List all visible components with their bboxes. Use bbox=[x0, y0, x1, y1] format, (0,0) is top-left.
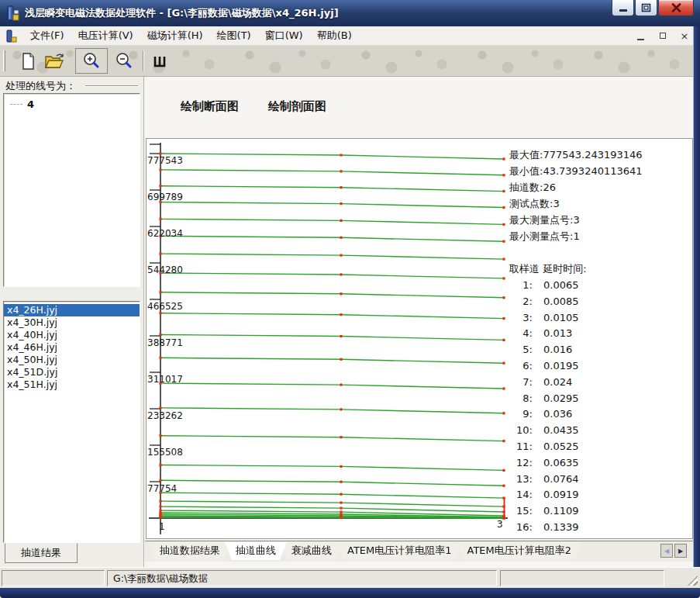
tree-item-line-4[interactable]: 4 bbox=[4, 97, 140, 111]
waveform-button[interactable] bbox=[149, 50, 171, 71]
tab-channel-results-label: 抽道结果 bbox=[21, 546, 61, 560]
svg-text:5:: 5: bbox=[522, 344, 533, 355]
tab-scroll-left-button[interactable]: ◀ bbox=[660, 544, 673, 558]
draw-section-button[interactable]: 绘制断面图 bbox=[181, 99, 239, 114]
close-button[interactable] bbox=[658, 0, 694, 16]
group-etch-line bbox=[85, 85, 138, 87]
restore-button[interactable] bbox=[635, 0, 657, 16]
svg-text:8:: 8: bbox=[522, 392, 533, 404]
svg-text:466525: 466525 bbox=[147, 301, 183, 312]
file-list-item[interactable]: x4_51D.jyj bbox=[4, 366, 140, 379]
file-list-item[interactable]: x4_50H.jyj bbox=[4, 354, 140, 366]
status-panel-left bbox=[2, 570, 105, 586]
svg-text:777543: 777543 bbox=[147, 155, 183, 166]
file-list-item[interactable]: x4_40H.jyj bbox=[4, 329, 140, 341]
file-list-item[interactable]: x4_30H.jyj bbox=[4, 316, 140, 329]
caption-buttons bbox=[612, 0, 694, 16]
sheet-tab-strip: 抽道数据结果抽道曲线衰减曲线ATEM电压计算电阻率1ATEM电压计算电阻率2 ◀… bbox=[145, 541, 693, 562]
file-list[interactable]: x4_26H.jyjx4_30H.jyjx4_40H.jyjx4_46H.jyj… bbox=[3, 301, 140, 543]
svg-text:0.0105: 0.0105 bbox=[543, 312, 579, 323]
svg-text:最小值:43.7393240113641: 最小值:43.7393240113641 bbox=[509, 165, 643, 177]
svg-text:0.1613: 0.1613 bbox=[543, 538, 579, 538]
window-bottom-border bbox=[0, 588, 700, 598]
svg-text:0.013: 0.013 bbox=[543, 327, 572, 339]
svg-text:4:: 4: bbox=[522, 327, 533, 339]
svg-text:17:: 17: bbox=[516, 538, 533, 538]
zoom-out-button[interactable] bbox=[113, 50, 135, 71]
toolbar-grip[interactable] bbox=[3, 50, 5, 71]
toolbar bbox=[0, 46, 700, 77]
svg-text:388771: 388771 bbox=[147, 337, 183, 348]
new-file-button[interactable] bbox=[17, 50, 39, 71]
svg-text:7:: 7: bbox=[522, 376, 533, 388]
chart-annotations: 7775436997896220345442804665253887713110… bbox=[147, 149, 643, 538]
status-panel-path: G:\李丽数据\磁场数据 bbox=[107, 570, 497, 586]
svg-text:0.0635: 0.0635 bbox=[543, 457, 579, 468]
tree-connector bbox=[10, 104, 22, 105]
tab-decay-curves[interactable]: 衰减曲线 bbox=[281, 542, 343, 560]
menu-item-voltage-calc[interactable]: 电压计算(V) bbox=[71, 26, 140, 45]
tab-atem-resistivity-2[interactable]: ATEM电压计算电阻率2 bbox=[457, 542, 583, 560]
svg-text:12:: 12: bbox=[516, 457, 533, 468]
svg-text:77754: 77754 bbox=[147, 483, 177, 494]
svg-text:0.0195: 0.0195 bbox=[543, 360, 579, 372]
menu-item-help[interactable]: 帮助(B) bbox=[310, 26, 359, 45]
open-folder-icon bbox=[44, 53, 64, 70]
draw-profile-button[interactable]: 绘制剖面图 bbox=[268, 99, 326, 114]
menu-item-magnetic-calc[interactable]: 磁场计算(H) bbox=[140, 26, 210, 45]
svg-text:233262: 233262 bbox=[147, 410, 183, 421]
mdi-close-button[interactable]: × bbox=[678, 30, 691, 43]
svg-text:16:: 16: bbox=[516, 521, 533, 533]
svg-text:0.0919: 0.0919 bbox=[543, 489, 579, 500]
tab-channel-results[interactable]: 抽道结果 bbox=[5, 543, 78, 563]
zoom-in-button[interactable] bbox=[81, 50, 102, 71]
svg-text:311017: 311017 bbox=[147, 374, 183, 385]
svg-text:15:: 15: bbox=[516, 505, 533, 517]
mdi-minimize-icon bbox=[637, 39, 644, 40]
zoom-in-icon bbox=[82, 52, 101, 71]
waveform-icon bbox=[152, 54, 167, 69]
client-area: 绘制断面图 绘制剖面图 7775436997896220345442804665… bbox=[145, 77, 693, 567]
tab-channel-curves[interactable]: 抽道曲线 bbox=[225, 542, 287, 560]
app-window: 浅层瞬变电磁法数据处理软件 - [G:\李丽数据\磁场数据\x4_26H.jyj… bbox=[0, 0, 700, 598]
menu-item-file[interactable]: 文件(F) bbox=[23, 26, 71, 45]
svg-text:最小测量点号:1: 最小测量点号:1 bbox=[509, 230, 580, 242]
menu-items: 文件(F)电压计算(V)磁场计算(H)绘图(T)窗口(W)帮助(B) bbox=[23, 26, 359, 45]
file-list-item[interactable]: x4_51H.jyj bbox=[4, 379, 140, 391]
svg-text:0.036: 0.036 bbox=[543, 408, 572, 420]
svg-text:11:: 11: bbox=[516, 441, 533, 452]
tab-scroll-right-button[interactable]: ▶ bbox=[674, 544, 687, 558]
svg-text:0.0085: 0.0085 bbox=[543, 296, 579, 307]
tab-channel-data-results[interactable]: 抽道数据结果 bbox=[149, 542, 231, 560]
open-file-button[interactable] bbox=[43, 50, 65, 71]
status-path-text: G:\李丽数据\磁场数据 bbox=[113, 572, 208, 584]
file-list-item[interactable]: x4_46H.jyj bbox=[4, 341, 140, 354]
mdi-minimize-button[interactable] bbox=[635, 30, 647, 43]
svg-text:0.0764: 0.0764 bbox=[543, 473, 579, 485]
svg-text:13:: 13: bbox=[516, 473, 533, 485]
line-number-tree[interactable]: 4 bbox=[3, 93, 140, 287]
svg-text:0.0525: 0.0525 bbox=[543, 441, 579, 452]
menu-item-window[interactable]: 窗口(W) bbox=[258, 26, 310, 45]
svg-text:0.0065: 0.0065 bbox=[543, 279, 579, 291]
svg-text:10:: 10: bbox=[516, 424, 533, 436]
window-right-border bbox=[693, 26, 700, 567]
restore-icon bbox=[641, 3, 651, 12]
svg-text:155508: 155508 bbox=[147, 447, 183, 458]
minimize-button[interactable] bbox=[612, 0, 634, 16]
mdi-restore-button[interactable] bbox=[657, 30, 669, 43]
svg-text:测试点数:3: 测试点数:3 bbox=[509, 198, 560, 209]
svg-text:抽道数:26: 抽道数:26 bbox=[509, 181, 556, 193]
window-title: 浅层瞬变电磁法数据处理软件 - [G:\李丽数据\磁场数据\x4_26H.jyj… bbox=[25, 6, 339, 20]
tab-atem-resistivity-1[interactable]: ATEM电压计算电阻率1 bbox=[336, 542, 463, 560]
svg-text:最大测量点号:3: 最大测量点号:3 bbox=[509, 214, 580, 226]
menu-item-plot[interactable]: 绘图(T) bbox=[210, 26, 258, 45]
zoom-out-icon bbox=[115, 52, 133, 71]
svg-text:2:: 2: bbox=[522, 296, 533, 307]
file-list-item[interactable]: x4_26H.jyj bbox=[4, 304, 140, 316]
svg-text:544280: 544280 bbox=[147, 264, 183, 275]
app-icon bbox=[6, 5, 20, 21]
tree-item-label: 4 bbox=[27, 99, 34, 110]
resize-grip[interactable] bbox=[688, 576, 698, 586]
status-bar: G:\李丽数据\磁场数据 bbox=[0, 567, 700, 588]
